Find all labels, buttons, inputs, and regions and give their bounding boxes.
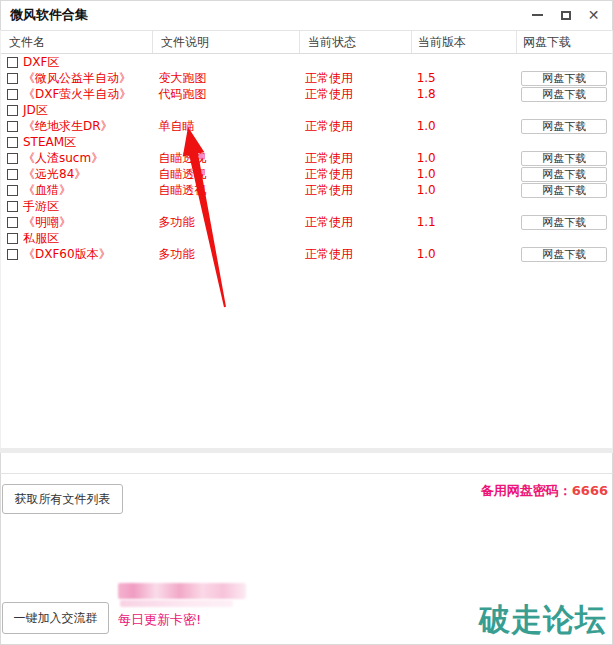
cell-description	[153, 54, 300, 70]
row-checkbox[interactable]	[7, 105, 18, 116]
row-filename-text: JD区	[23, 102, 48, 119]
table-row[interactable]: 《远光84》自瞄透视正常使用1.0网盘下载	[1, 166, 612, 182]
table-row[interactable]: 《明嘲》多功能正常使用1.1网盘下载	[1, 214, 612, 230]
row-checkbox[interactable]	[7, 233, 18, 244]
row-filename-text: 《微风公益半自动》	[23, 70, 131, 87]
cell-download: 网盘下载	[515, 70, 612, 86]
minimize-glyph	[532, 14, 543, 16]
cell-download	[515, 102, 612, 118]
cell-description	[153, 230, 300, 246]
cell-description: 多功能	[153, 214, 300, 230]
cell-filename: 《DXF萤火半自动》	[1, 86, 153, 102]
cell-filename: 《DXF60版本》	[1, 246, 153, 262]
row-filename-text: 《DXF60版本》	[23, 246, 111, 263]
row-checkbox[interactable]	[7, 185, 18, 196]
maximize-icon[interactable]	[556, 6, 575, 25]
row-filename-text: 《绝地求生DR》	[23, 118, 113, 135]
table-row[interactable]: STEAM区	[1, 134, 612, 150]
backup-password-label: 备用网盘密码：	[481, 483, 572, 498]
table-row[interactable]: 《DXF萤火半自动》代码跑图正常使用1.8网盘下载	[1, 86, 612, 102]
row-checkbox[interactable]	[7, 153, 18, 164]
cell-description: 自瞄透视	[153, 166, 300, 182]
row-filename-text: 《DXF萤火半自动》	[23, 86, 131, 103]
download-button[interactable]: 网盘下载	[521, 183, 607, 198]
cell-version	[411, 198, 516, 214]
titlebar: 微风软件合集 ✕	[0, 0, 613, 30]
cell-description: 自瞄透视	[153, 182, 300, 198]
table-header: 文件名 文件说明 当前状态 当前版本 网盘下载	[1, 31, 612, 54]
get-file-list-button[interactable]: 获取所有文件列表	[2, 484, 123, 514]
column-header-description[interactable]: 文件说明	[153, 31, 300, 53]
row-checkbox[interactable]	[7, 89, 18, 100]
download-button[interactable]: 网盘下载	[521, 247, 607, 262]
cell-filename: STEAM区	[1, 134, 153, 150]
close-icon[interactable]: ✕	[584, 6, 603, 25]
row-checkbox[interactable]	[7, 121, 18, 132]
column-header-version[interactable]: 当前版本	[412, 31, 517, 53]
download-button[interactable]: 网盘下载	[521, 167, 607, 182]
cell-version: 1.0	[411, 182, 516, 198]
listview-bottom-strip	[0, 448, 613, 453]
cell-filename: 《人渣sucm》	[1, 150, 153, 166]
table-row[interactable]: 《微风公益半自动》变大跑图正常使用1.5网盘下载	[1, 70, 612, 86]
table-row[interactable]: 手游区	[1, 198, 612, 214]
cell-status	[299, 230, 411, 246]
cell-description: 单自瞄	[153, 118, 300, 134]
cell-description: 变大跑图	[153, 70, 300, 86]
cell-status	[299, 134, 411, 150]
cell-version: 1.8	[411, 86, 516, 102]
cell-download: 网盘下载	[515, 118, 612, 134]
table-row[interactable]: JD区	[1, 102, 612, 118]
cell-download	[515, 230, 612, 246]
column-header-filename[interactable]: 文件名	[1, 31, 153, 53]
cell-description: 代码跑图	[153, 86, 300, 102]
cell-filename: 《明嘲》	[1, 214, 153, 230]
cell-description: 自瞄透视	[153, 150, 300, 166]
row-checkbox[interactable]	[7, 201, 18, 212]
column-header-status[interactable]: 当前状态	[300, 31, 412, 53]
column-header-download[interactable]: 网盘下载	[517, 31, 612, 53]
row-checkbox[interactable]	[7, 137, 18, 148]
minimize-icon[interactable]	[528, 6, 547, 25]
cell-status	[299, 198, 411, 214]
cell-filename: 《绝地求生DR》	[1, 118, 153, 134]
download-button[interactable]: 网盘下载	[521, 215, 607, 230]
join-group-button[interactable]: 一键加入交流群	[2, 602, 109, 634]
cell-version: 1.0	[411, 166, 516, 182]
table-row[interactable]: 《人渣sucm》自瞄透视正常使用1.0网盘下载	[1, 150, 612, 166]
row-checkbox[interactable]	[7, 217, 18, 228]
cell-status	[299, 54, 411, 70]
table-row[interactable]: 《血猎》自瞄透视正常使用1.0网盘下载	[1, 182, 612, 198]
maximize-glyph	[561, 11, 571, 20]
row-checkbox[interactable]	[7, 73, 18, 84]
cell-download: 网盘下载	[515, 214, 612, 230]
backup-password-code: 6666	[572, 483, 608, 498]
row-filename-text: 私服区	[23, 230, 59, 247]
cell-description	[153, 102, 300, 118]
row-filename-text: STEAM区	[23, 134, 76, 151]
row-filename-text: 手游区	[23, 198, 59, 215]
table-row[interactable]: 《绝地求生DR》单自瞄正常使用1.0网盘下载	[1, 118, 612, 134]
cell-status: 正常使用	[299, 70, 411, 86]
table-row[interactable]: 《DXF60版本》多功能正常使用1.0网盘下载	[1, 246, 612, 262]
cell-version: 1.0	[411, 246, 516, 262]
row-checkbox[interactable]	[7, 57, 18, 68]
cell-filename: 《远光84》	[1, 166, 153, 182]
cell-description	[153, 198, 300, 214]
table-row[interactable]: DXF区	[1, 54, 612, 70]
cell-filename: 手游区	[1, 198, 153, 214]
cell-version	[411, 102, 516, 118]
cell-version	[411, 230, 516, 246]
row-checkbox[interactable]	[7, 169, 18, 180]
redacted-text-block	[120, 600, 233, 607]
download-button[interactable]: 网盘下载	[521, 87, 607, 102]
table-row[interactable]: 私服区	[1, 230, 612, 246]
download-button[interactable]: 网盘下载	[521, 151, 607, 166]
download-button[interactable]: 网盘下载	[521, 71, 607, 86]
cell-status: 正常使用	[299, 86, 411, 102]
row-filename-text: 《人渣sucm》	[23, 150, 103, 167]
row-checkbox[interactable]	[7, 249, 18, 260]
download-button[interactable]: 网盘下载	[521, 119, 607, 134]
cell-download: 网盘下载	[515, 182, 612, 198]
cell-filename: 《血猎》	[1, 182, 153, 198]
